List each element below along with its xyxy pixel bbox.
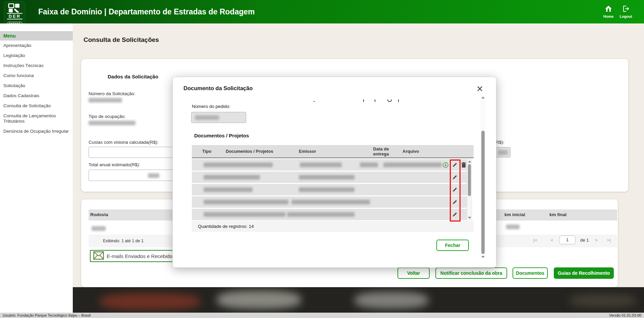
cell-redacted <box>299 175 355 180</box>
sidebar-menu-title: Menu <box>0 31 73 41</box>
sidebar-item-solicitacao[interactable]: Solicitação <box>0 81 73 91</box>
sidebar-item-consulta-solicitacao[interactable]: Consulta de Solicitação <box>0 101 73 111</box>
right-field-value-redacted <box>498 150 508 155</box>
cell-redacted <box>204 163 273 167</box>
table-scrollbar[interactable] <box>467 159 472 220</box>
der-parana-logo: DER PARANÁ <box>4 1 25 26</box>
pagination-last-icon[interactable]: >| <box>607 238 611 243</box>
col-documentos-projetos: Documentos / Projetos <box>226 149 273 154</box>
documentos-projetos-heading: Documentos / Projetos <box>194 133 249 138</box>
clipped-text-artifact <box>314 99 404 103</box>
notificar-conclusao-button[interactable]: Notificar conclusão da obra <box>435 267 507 279</box>
sidebar-item-denuncia[interactable]: Denúncia de Ocupação Irregular <box>0 126 73 136</box>
numero-solicitacao-label: Número da Solicitação: <box>89 91 136 96</box>
cell-redacted <box>204 187 253 192</box>
tipo-ocupacao-label: Tipo de ocupação: <box>89 114 126 119</box>
logout-button[interactable]: Logout <box>616 5 635 18</box>
right-field-label-fragment: R$): <box>496 140 504 145</box>
request-card-heading: Dados da Solicitação <box>108 74 158 79</box>
app-title: Faixa de Domínio | Departamento de Estra… <box>38 0 255 23</box>
table-row[interactable] <box>192 159 468 171</box>
documents-table: Tipo Documentos / Projetos Emissor Data … <box>192 145 474 242</box>
pagination-first-icon[interactable]: |< <box>533 238 538 243</box>
sidebar-item-apresentacao[interactable]: Apresentação <box>0 41 73 51</box>
documentos-button[interactable]: Documentos <box>513 267 548 279</box>
modal-title: Documento da Solicitação <box>183 85 253 91</box>
sidebar: Menu Apresentação Legislação Instruções … <box>0 23 73 313</box>
numero-solicitacao-value-redacted <box>89 98 122 103</box>
right-field-input[interactable] <box>496 147 511 157</box>
logout-icon <box>622 7 630 13</box>
numero-pedido-value-redacted <box>195 115 219 120</box>
cell-redacted <box>204 212 285 217</box>
table-row[interactable] <box>192 209 468 220</box>
documents-table-header: Tipo Documentos / Projetos Emissor Data … <box>192 145 474 158</box>
footer-version: Versão 01.01.03-00 <box>609 313 641 317</box>
download-icon[interactable] <box>443 162 448 169</box>
logo-der-text: DER <box>7 13 22 19</box>
col-km-final: km final <box>549 212 567 217</box>
app-window: Faixa de Domínio | Departamento de Estra… <box>0 0 644 318</box>
modal-scrollbar[interactable] <box>480 96 486 259</box>
col-tipo: Tipo <box>202 149 211 154</box>
envelope-icon <box>93 251 104 261</box>
pagination-next-icon[interactable]: > <box>595 238 598 243</box>
col-km-inicial: km inicial <box>504 212 525 217</box>
cell-redacted <box>204 175 260 180</box>
exibindo-text: Exibindo: 1 até 1 de 1 <box>103 239 144 243</box>
table-row[interactable] <box>192 184 468 195</box>
rodovia-value-redacted <box>92 226 106 231</box>
pagination-of-text: de 1 <box>580 238 589 243</box>
col-emissor: Emissor <box>299 149 316 154</box>
home-button[interactable]: Home <box>599 5 618 18</box>
sidebar-item-legislacao[interactable]: Legislação <box>0 51 73 61</box>
records-count: Quantidade de registros: 14 <box>198 224 254 229</box>
tipo-ocupacao-value-redacted <box>89 121 136 125</box>
footer-user: Usuário: Fundação Parque Tecnológico Ita… <box>3 313 91 317</box>
cell-redacted <box>360 163 378 167</box>
logo-art-icon <box>8 3 21 13</box>
app-header: Faixa de Domínio | Departamento de Estra… <box>0 0 644 23</box>
documento-solicitacao-modal: Documento da Solicitação ✕ Número do ped… <box>172 77 496 268</box>
home-icon <box>605 7 612 13</box>
total-anual-label: Total anual estimado(R$): <box>89 162 140 167</box>
numero-pedido-label: Número do pedido: <box>192 104 230 109</box>
km-inicial-value-redacted <box>506 225 520 229</box>
col-arquivo: Arquivo <box>402 149 419 154</box>
total-anual-value-redacted <box>148 173 159 178</box>
custas-label: Custas com vistoria calculada(R$): <box>89 140 159 145</box>
cell-redacted <box>383 163 442 167</box>
cell-redacted <box>287 212 355 217</box>
col-rodovia: Rodovia <box>90 212 108 217</box>
col-data-entrega: Data de entrega <box>367 146 395 156</box>
table-row[interactable] <box>192 196 468 208</box>
emails-button-label: E-mails Enviados e Recebidos <box>107 253 175 259</box>
cell-redacted <box>300 163 342 167</box>
cell-redacted <box>299 187 355 192</box>
cell-redacted <box>204 200 288 204</box>
sidebar-item-como-funciona[interactable]: Como funciona <box>0 71 73 81</box>
status-bar: Usuário: Fundação Parque Tecnológico Ita… <box>0 313 644 318</box>
trash-icon[interactable] <box>461 162 466 169</box>
cell-redacted <box>291 200 370 204</box>
annotation-red-box <box>450 160 461 221</box>
sidebar-item-dados-cadastrais[interactable]: Dados Cadastrais <box>0 91 73 101</box>
guias-recolhimento-button[interactable]: Guias de Recolhimento <box>554 267 614 279</box>
background-photo <box>73 287 644 313</box>
table-row[interactable] <box>192 172 468 183</box>
close-icon[interactable]: ✕ <box>476 84 483 93</box>
page-title: Consulta de Solicitações <box>84 36 159 44</box>
voltar-button[interactable]: Voltar <box>397 267 430 279</box>
fechar-button[interactable]: Fechar <box>436 240 469 251</box>
sidebar-item-instrucoes-tecnicas[interactable]: Instruções Técnicas <box>0 61 73 71</box>
pagination-page-input[interactable]: 1 <box>559 236 576 244</box>
pagination-prev-icon[interactable]: < <box>551 238 554 243</box>
numero-pedido-input[interactable] <box>191 112 246 123</box>
sidebar-item-consulta-lancamentos[interactable]: Consulta de Lançamentos Tributários <box>0 111 60 126</box>
documents-table-footer: Quantidade de registros: 14 <box>192 221 474 232</box>
